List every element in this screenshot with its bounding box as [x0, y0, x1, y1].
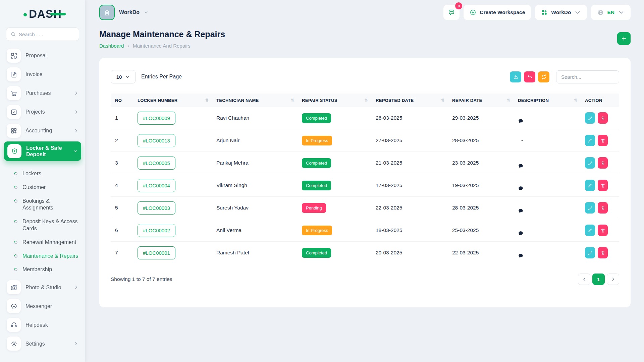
logo[interactable]: DASH [0, 7, 85, 21]
messages-button[interactable]: 0 [443, 5, 460, 20]
locker-number-chip[interactable]: #LOC00005 [138, 157, 175, 170]
trash-icon [600, 183, 605, 188]
language-selector[interactable]: EN [591, 5, 631, 20]
sidebar-item-accounting[interactable]: Accounting [4, 123, 81, 139]
column-header-locker-number[interactable]: LOCKER NUMBER ⇅ [138, 98, 216, 103]
table-toolbar: 10 Entries Per Page [111, 70, 619, 83]
edit-button[interactable] [585, 225, 595, 236]
cell-technician-name: Arjun Nair [216, 137, 302, 143]
entries-per-page-select[interactable]: 10 [111, 70, 136, 83]
pagination-prev-button[interactable] [578, 274, 590, 285]
note-icon[interactable] [518, 231, 585, 236]
sort-icon[interactable]: ⇅ [441, 98, 444, 103]
undo-button[interactable] [524, 71, 535, 82]
sidebar-item-messenger[interactable]: Messenger [4, 298, 81, 314]
column-header-repair-status[interactable]: REPAIR STATUS ⇅ [302, 98, 376, 103]
sort-icon[interactable]: ⇅ [205, 98, 208, 103]
locker-number-chip[interactable]: #LOC00001 [138, 246, 175, 259]
locker-number-chip[interactable]: #LOC00002 [138, 224, 175, 237]
delete-button[interactable] [598, 180, 608, 191]
pagination-next-button[interactable] [607, 274, 619, 285]
pencil-icon [588, 116, 593, 121]
sidebar-subitem-renewal-management[interactable]: Renewal Management [9, 236, 81, 249]
pagination-page-1-button[interactable]: 1 [592, 274, 605, 285]
chevron-left-icon [582, 277, 587, 282]
sidebar-subitem-label: Deposit Keys & Access Cards [22, 218, 80, 232]
sidebar-item-settings[interactable]: Settings [4, 336, 81, 352]
sidebar-search[interactable] [6, 27, 79, 41]
sidebar-nav: Proposal Invoice Purchases Projects Acco… [0, 43, 85, 359]
breadcrumb-dashboard-link[interactable]: Dashboard [99, 43, 124, 49]
create-workspace-button[interactable]: Create Workspace [464, 5, 531, 20]
delete-button[interactable] [598, 157, 608, 169]
table-search-input[interactable] [556, 70, 619, 83]
add-record-button[interactable] [617, 32, 631, 45]
purchases-icon [7, 86, 21, 100]
sidebar-subitem-deposit-keys-access-cards[interactable]: Deposit Keys & Access Cards [9, 215, 81, 236]
sidebar-subitem-lockers[interactable]: Lockers [9, 167, 81, 181]
delete-button[interactable] [598, 247, 608, 258]
breadcrumb-current: Maintenance And Repairs [133, 43, 191, 49]
sidebar-item-locker-safe-deposit[interactable]: Locker & Safe Deposit [4, 141, 81, 161]
sidebar-item-invoice[interactable]: Invoice [4, 66, 81, 82]
chevron-right-icon [74, 285, 78, 290]
note-icon[interactable] [518, 118, 585, 124]
repairs-table: NO LOCKER NUMBER ⇅ TECHNICIAN NAME ⇅ REP… [111, 94, 619, 264]
locker-number-chip[interactable]: #LOC00013 [138, 134, 175, 147]
sidebar-subitem-maintenance-repairs[interactable]: Maintenance & Repairs [9, 249, 81, 263]
sidebar-item-projects[interactable]: Projects [4, 104, 81, 120]
delete-button[interactable] [598, 202, 608, 214]
edit-button[interactable] [585, 202, 595, 214]
bullet-icon [13, 199, 18, 203]
column-header-reposted-date[interactable]: REPOSTED DATE ⇅ [376, 98, 452, 103]
edit-button[interactable] [585, 247, 595, 258]
sort-icon[interactable]: ⇅ [291, 98, 294, 103]
edit-button[interactable] [585, 180, 595, 191]
search-input[interactable] [19, 32, 75, 37]
locker-number-chip[interactable]: #LOC00003 [138, 201, 175, 215]
sidebar-item-helpdesk[interactable]: Helpdesk [4, 317, 81, 333]
locker-number-chip[interactable]: #LOC00009 [138, 112, 175, 125]
sidebar-subitem-label: Lockers [22, 170, 41, 177]
column-header-no[interactable]: NO [111, 98, 138, 103]
refresh-button[interactable] [538, 71, 549, 82]
export-download-button[interactable] [510, 71, 521, 82]
sidebar-item-purchases[interactable]: Purchases [4, 85, 81, 101]
column-header-repair-date[interactable]: REPAIR DATE ⇅ [452, 98, 518, 103]
bullet-icon [13, 254, 18, 258]
edit-button[interactable] [585, 157, 595, 169]
sidebar-subitem-bookings-assignments[interactable]: Bookings & Assignments [9, 194, 81, 215]
sidebar-item-photo-studio[interactable]: Photo & Studio [4, 279, 81, 295]
table-row: 3 #LOC00005 Pankaj Mehra Completed 21-03… [111, 152, 619, 174]
delete-button[interactable] [598, 135, 608, 146]
edit-button[interactable] [585, 112, 595, 124]
sidebar-subitem-customer[interactable]: Customer [9, 181, 81, 194]
workdo-menu-button[interactable]: WorkDo [535, 5, 587, 20]
chevron-down-icon [144, 10, 149, 15]
delete-button[interactable] [598, 112, 608, 124]
column-header-action[interactable]: ACTION [585, 98, 619, 103]
edit-button[interactable] [585, 135, 595, 146]
sidebar-item-proposal[interactable]: Proposal [4, 48, 81, 64]
note-icon[interactable] [518, 253, 585, 259]
sidebar-subitem-membership[interactable]: Membership [9, 263, 81, 277]
cell-no: 3 [111, 160, 138, 166]
logo-text: DASH [23, 8, 62, 20]
sort-icon[interactable]: ⇅ [365, 98, 368, 103]
sort-icon[interactable]: ⇅ [574, 98, 577, 103]
workspace-selector[interactable]: WorkDo [99, 5, 149, 20]
cell-no: 2 [111, 137, 138, 143]
chevron-right-icon [74, 91, 78, 96]
note-icon[interactable] [518, 163, 585, 169]
locker-number-chip[interactable]: #LOC00004 [138, 179, 175, 192]
trash-icon [600, 228, 605, 233]
note-icon[interactable] [518, 208, 585, 214]
sidebar-subitem-label: Bookings & Assignments [22, 198, 80, 212]
column-header-technician-name[interactable]: TECHNICIAN NAME ⇅ [216, 98, 302, 103]
repair-status-badge: Completed [302, 113, 331, 123]
column-header-description[interactable]: DESCRIPTION ⇅ [518, 98, 585, 103]
delete-button[interactable] [598, 225, 608, 236]
note-icon[interactable] [518, 186, 585, 191]
sort-icon[interactable]: ⇅ [507, 98, 510, 103]
cell-description [518, 180, 585, 191]
